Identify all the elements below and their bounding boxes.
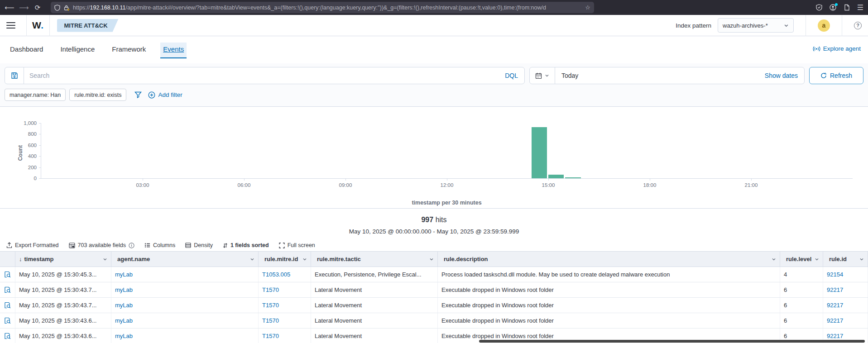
date-value[interactable]: Today xyxy=(555,72,758,79)
mitre-id-link[interactable]: T1570 xyxy=(259,298,311,313)
rule-id-link[interactable]: 92154 xyxy=(823,267,868,282)
histogram-bar[interactable] xyxy=(565,177,580,178)
time-range: May 10, 2025 @ 00:00:00.000 - May 10, 20… xyxy=(0,228,868,235)
refresh-button[interactable]: Refresh xyxy=(809,67,863,84)
search-input[interactable] xyxy=(24,72,499,79)
agent-name-link[interactable]: myLab xyxy=(111,267,259,282)
account-icon[interactable] xyxy=(830,4,836,11)
lock-warning-icon[interactable] xyxy=(63,5,70,11)
rule-level-cell[interactable]: 6 xyxy=(780,282,823,297)
calendar-menu-button[interactable] xyxy=(530,67,555,84)
wazuh-logo[interactable]: W. xyxy=(32,20,44,31)
timestamp-cell[interactable]: May 10, 2025 @ 15:30:43.7... xyxy=(15,298,111,313)
bookmark-star-icon[interactable]: ☆ xyxy=(585,4,590,11)
rule-level-cell[interactable]: 4 xyxy=(780,267,823,282)
expand-document-button[interactable] xyxy=(0,298,15,313)
timestamp-cell[interactable]: May 10, 2025 @ 15:30:43.6... xyxy=(15,329,111,343)
rule-level-cell[interactable]: 6 xyxy=(780,298,823,313)
full-screen-button[interactable]: Full screen xyxy=(279,242,315,248)
expand-document-button[interactable] xyxy=(0,313,15,328)
mitre-id-link[interactable]: T1570 xyxy=(259,329,311,343)
density-button[interactable]: Density xyxy=(185,242,213,248)
mitre-tactic-cell[interactable]: Lateral Movement xyxy=(311,329,438,343)
column-header-rule-level[interactable]: rule.level xyxy=(780,252,823,267)
column-actions-chevron-icon[interactable] xyxy=(103,257,107,262)
add-filter-button[interactable]: Add filter xyxy=(148,91,182,99)
tab-events[interactable]: Events xyxy=(160,43,187,58)
explore-agent-button[interactable]: Explore agent xyxy=(813,43,861,52)
fields-sorted-button[interactable]: 1 fields sorted xyxy=(223,242,269,248)
histogram-bar[interactable] xyxy=(548,175,564,178)
expand-document-button[interactable] xyxy=(0,282,15,297)
y-tick-label: 0 xyxy=(34,176,37,181)
column-header-rule-id[interactable]: rule.id xyxy=(823,252,868,267)
filter-pill-mitre-id-exists[interactable]: rule.mitre.id: exists xyxy=(69,89,126,101)
rule-description-cell[interactable]: Executable dropped in Windows root folde… xyxy=(438,313,780,328)
column-header-agent-name[interactable]: agent.name xyxy=(111,252,259,267)
agent-name-link[interactable]: myLab xyxy=(111,282,259,297)
rule-description-cell[interactable]: Executable dropped in Windows root folde… xyxy=(438,298,780,313)
timestamp-cell[interactable]: May 10, 2025 @ 15:30:43.6... xyxy=(15,313,111,328)
mitre-id-link[interactable]: T1053.005 xyxy=(259,267,311,282)
chart-plot-area[interactable]: 02004006008001,00003:0006:0009:0012:0015… xyxy=(41,123,853,179)
index-pattern-select[interactable]: wazuh-archives-* xyxy=(718,18,794,33)
hits-count: 997 hits xyxy=(0,216,868,224)
back-icon[interactable]: ⟵ xyxy=(5,4,13,12)
expand-document-button[interactable] xyxy=(0,329,15,343)
mitre-tactic-cell[interactable]: Lateral Movement xyxy=(311,298,438,313)
histogram-bar[interactable] xyxy=(532,127,547,178)
extension-shield-icon[interactable] xyxy=(816,4,822,11)
column-actions-chevron-icon[interactable] xyxy=(815,257,819,262)
tab-dashboard[interactable]: Dashboard xyxy=(7,43,46,58)
rule-id-link[interactable]: 92217 xyxy=(823,282,868,297)
agent-name-link[interactable]: myLab xyxy=(111,313,259,328)
tracking-shield-icon[interactable] xyxy=(54,5,60,11)
mitre-tactic-cell[interactable]: Execution, Persistence, Privilege Escal.… xyxy=(311,267,438,282)
help-icon[interactable]: ? xyxy=(854,22,862,29)
column-header-rule-mitre-id[interactable]: rule.mitre.id xyxy=(259,252,311,267)
rule-description-cell[interactable]: Executable dropped in Windows root folde… xyxy=(438,282,780,297)
app-menu-icon[interactable] xyxy=(6,20,15,30)
browser-chrome: ⟵ ⟶ ⟳ https://192.168.10.11/app/mitre-at… xyxy=(0,0,868,15)
column-actions-chevron-icon[interactable] xyxy=(859,257,864,262)
mitre-id-link[interactable]: T1570 xyxy=(259,313,311,328)
columns-button[interactable]: Columns xyxy=(144,242,175,248)
mitre-tactic-cell[interactable]: Lateral Movement xyxy=(311,282,438,297)
rule-level-cell[interactable]: 6 xyxy=(780,313,823,328)
mitre-id-link[interactable]: T1570 xyxy=(259,282,311,297)
expand-document-button[interactable] xyxy=(0,267,15,282)
search-box: DQL xyxy=(5,67,525,84)
rule-id-link[interactable]: 92217 xyxy=(823,313,868,328)
column-actions-chevron-icon[interactable] xyxy=(772,257,776,262)
forward-icon[interactable]: ⟶ xyxy=(19,4,27,12)
tab-framework[interactable]: Framework xyxy=(109,43,149,58)
filter-funnel-icon[interactable] xyxy=(134,91,142,98)
agent-name-link[interactable]: myLab xyxy=(111,298,259,313)
column-actions-chevron-icon[interactable] xyxy=(429,257,434,262)
column-actions-chevron-icon[interactable] xyxy=(250,257,254,262)
filter-pill-manager-name[interactable]: manager.name: Han xyxy=(5,89,66,101)
url-bar[interactable]: https://192.168.10.11/app/mitre-attack#/… xyxy=(51,2,594,13)
menu-icon[interactable]: ☰ xyxy=(857,3,863,12)
mitre-tactic-cell[interactable]: Lateral Movement xyxy=(311,313,438,328)
column-header-rule-mitre-tactic[interactable]: rule.mitre.tactic xyxy=(311,252,438,267)
column-header-rule-description[interactable]: rule.description xyxy=(438,252,780,267)
query-language-button[interactable]: DQL xyxy=(499,72,524,79)
horizontal-scrollbar-thumb[interactable] xyxy=(479,340,865,343)
timestamp-cell[interactable]: May 10, 2025 @ 15:30:45.3... xyxy=(15,267,111,282)
reload-icon[interactable]: ⟳ xyxy=(34,4,42,12)
export-formatted-button[interactable]: Export Formatted xyxy=(6,242,59,248)
tab-intelligence[interactable]: Intelligence xyxy=(58,43,97,58)
column-actions-chevron-icon[interactable] xyxy=(302,257,307,262)
timestamp-cell[interactable]: May 10, 2025 @ 15:30:43.7... xyxy=(15,282,111,297)
avatar[interactable]: a xyxy=(818,19,830,32)
column-header-timestamp[interactable]: ↓timestamp xyxy=(15,252,111,267)
show-dates-button[interactable]: Show dates xyxy=(758,72,804,79)
available-fields-button[interactable]: 703 available fields xyxy=(69,242,134,248)
save-page-icon[interactable] xyxy=(844,4,850,11)
agent-name-link[interactable]: myLab xyxy=(111,329,259,343)
rule-id-link[interactable]: 92217 xyxy=(823,298,868,313)
save-query-button[interactable] xyxy=(5,67,24,84)
y-tick-label: 800 xyxy=(28,131,37,137)
rule-description-cell[interactable]: Process loaded taskschd.dll module. May … xyxy=(438,267,780,282)
